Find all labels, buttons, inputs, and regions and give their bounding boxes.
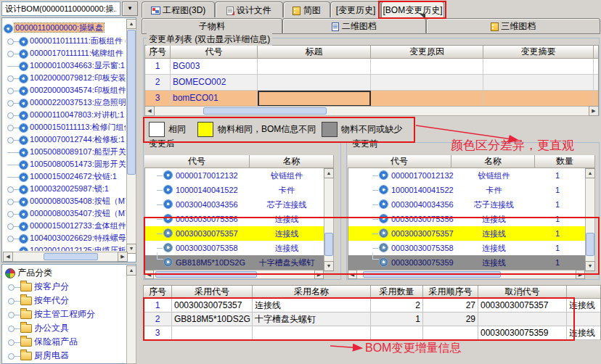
col-header[interactable]: 代号 [171, 46, 258, 59]
bom-tree-item[interactable]: 00000080035407:按钮（MT [7, 207, 126, 219]
cell-code[interactable]: bomECO01 [171, 91, 258, 107]
change-order-horizontal-scrollbar[interactable]: ◀ ▶ [144, 106, 599, 116]
compare-row[interactable]: 00030030075356连接线1 [348, 212, 585, 226]
expand-icon[interactable] [8, 298, 15, 305]
catalog-item[interactable]: 厨房电器 [8, 349, 69, 361]
pane-splitter[interactable] [138, 0, 142, 364]
scroll-thumb[interactable] [203, 107, 327, 115]
product-catalog-header[interactable]: 产品分类 [5, 267, 52, 278]
cell-seq[interactable]: 2 [144, 313, 172, 326]
expand-icon[interactable] [8, 326, 15, 332]
compare-row[interactable]: 00000170012132铰链组件 [145, 168, 324, 183]
expand-icon[interactable] [8, 284, 15, 291]
bom-tree-item[interactable]: 00000170111111:铭牌组件 ( [7, 47, 126, 59]
col-header[interactable]: 变更摘要 [483, 46, 594, 59]
bom-tree-item[interactable]: 10000150024672:铰链:1 [7, 170, 117, 182]
expand-icon[interactable] [7, 223, 14, 230]
expand-icon[interactable] [7, 211, 14, 218]
bom-selector-dropdown-button[interactable]: ▼ [122, 1, 138, 16]
table-row[interactable]: 1BG003 [145, 59, 598, 75]
bom-selector[interactable]: 设计BOM(00000110000000:操... [1, 1, 120, 16]
tab-change-history[interactable]: [变更历史] [330, 1, 381, 17]
cell-title[interactable] [258, 59, 371, 75]
compare-row[interactable]: 00000170012132铰链组件1 [348, 168, 585, 183]
col-header[interactable]: 采用名称 [253, 286, 371, 299]
scroll-right-button[interactable]: ▶ [314, 270, 324, 279]
scroll-thumb[interactable] [155, 271, 257, 278]
bom-tree-item[interactable]: 10000320025987:锁:1 [7, 183, 109, 194]
tab-engineering-drawing-3d[interactable]: 工程图(3D) [142, 1, 215, 17]
expand-icon[interactable] [8, 312, 15, 318]
bom-tree-item[interactable]: 00000080035408:按钮（MT [7, 195, 126, 207]
scroll-down-button[interactable]: ▼ [324, 261, 334, 271]
expand-icon[interactable] [7, 186, 14, 193]
scroll-left-button[interactable]: ◀ [144, 106, 155, 116]
compare-row-missing[interactable]: GB818M5*10DS2G十字槽盘头螺钉 [145, 255, 324, 270]
catalog-item[interactable]: 按客户分 [8, 281, 69, 292]
cell-reason[interactable] [371, 91, 483, 107]
compare-before-horizontal-scrollbar[interactable]: ◀ ▶ [348, 270, 585, 279]
bom-tree-item[interactable]: 00000220037513:应急照明灯 [7, 96, 126, 108]
col-header[interactable]: 序号 [145, 46, 171, 59]
bom-tree-item[interactable]: 10040030026629:特殊螺母:1 [7, 232, 126, 244]
tree-horizontal-scrollbar[interactable]: ◀ ▶ [3, 252, 126, 262]
bom-tree-item[interactable]: 10050080089107:船型开关:1 [7, 146, 126, 157]
scroll-thumb[interactable] [586, 233, 594, 256]
table-row-selected[interactable]: 3bomECO01 [145, 91, 598, 107]
expand-icon[interactable] [7, 38, 14, 45]
cell-adopt-code[interactable] [172, 326, 253, 340]
bom-tree-item[interactable]: 10020010012125:电缆压板:1 [7, 244, 126, 251]
compare-row-missing[interactable]: 00030030075359连接线1 [348, 255, 585, 270]
compare-row[interactable]: 00030030075358连接线 [145, 241, 324, 255]
cell-adopt-code[interactable]: 00030030075357 [172, 299, 253, 313]
catalog-item[interactable]: 保险箱产品 [8, 336, 78, 347]
expand-icon[interactable] [8, 353, 15, 360]
cell-adopt-name[interactable]: 十字槽盘头螺钉 [253, 313, 371, 326]
tree-vertical-scrollbar[interactable]: ▲ ▼ [126, 19, 136, 252]
scroll-right-button[interactable]: ▶ [576, 270, 585, 279]
compare-row-bom-diff[interactable]: 00030030075357连接线1 [348, 226, 585, 241]
cell-reason[interactable] [371, 59, 483, 75]
expand-icon[interactable] [7, 100, 14, 107]
subtab-2d-drawings[interactable]: 二维图档 [282, 18, 426, 34]
bom-tree-item[interactable]: 10050080051473:圆形开关:1 [7, 158, 126, 170]
scroll-left-button[interactable]: ◀ [3, 252, 13, 262]
bom-tree-item[interactable]: 10020000079812:印板安装架 [7, 72, 126, 83]
expand-icon[interactable] [7, 88, 14, 94]
cell-code[interactable]: BOMECO002 [171, 75, 258, 91]
cell-cancel-code[interactable] [478, 313, 567, 326]
expand-icon[interactable] [7, 125, 14, 131]
catalog-item[interactable]: 按主管工程师分 [8, 308, 95, 320]
bom-tree-item[interactable]: 00020000034574:印板组件:1 [7, 84, 126, 96]
col-header[interactable]: 代号 [144, 155, 250, 168]
scroll-up-button[interactable]: ▲ [126, 19, 136, 29]
col-header[interactable]: 名称 [451, 155, 535, 168]
cell-adopt-name[interactable] [253, 326, 371, 340]
expand-icon[interactable] [7, 199, 14, 205]
tab-sketch[interactable]: 简图 [283, 1, 330, 17]
scroll-left-button[interactable]: ◀ [348, 270, 357, 279]
col-header[interactable]: 代号 [348, 155, 451, 168]
compare-before-vertical-scrollbar[interactable]: ▲ ▼ [585, 168, 595, 270]
cell-title-focused[interactable] [258, 91, 371, 107]
compare-row-bom-diff[interactable]: 00030030075357连接线 [145, 226, 324, 241]
cell-seq[interactable]: 1 [145, 59, 171, 75]
expand-icon[interactable] [7, 112, 14, 119]
bom-tree-item[interactable]: 00000110111111:面板组件 ( [7, 35, 126, 46]
cell-cancel-name[interactable]: 连接线 [567, 299, 600, 313]
scroll-right-button[interactable]: ▶ [118, 252, 128, 262]
expand-icon[interactable] [7, 137, 14, 144]
cell-cancel-code[interactable]: 00030030075359 [478, 326, 567, 340]
col-header[interactable]: 取消代号 [478, 286, 567, 299]
tab-bom-change-history[interactable]: [BOM变更历史] [381, 1, 444, 19]
table-row[interactable]: 2GB818M5*10DS2G十字槽盘头螺钉129 [144, 313, 600, 326]
cell-title[interactable] [258, 75, 371, 91]
cell-cancel-name[interactable]: 连接线 [567, 326, 600, 340]
cell-adopt-code[interactable]: GB818M5*10DS2G [172, 313, 253, 326]
scroll-right-button[interactable]: ▶ [589, 106, 599, 116]
col-header[interactable]: 采用代号 [172, 286, 253, 299]
tab-design-files[interactable]: 设计文件 [215, 1, 283, 17]
scroll-thumb[interactable] [44, 253, 98, 260]
scroll-left-button[interactable]: ◀ [144, 270, 154, 279]
table-row[interactable]: 300030030075359连接线 [144, 326, 600, 340]
